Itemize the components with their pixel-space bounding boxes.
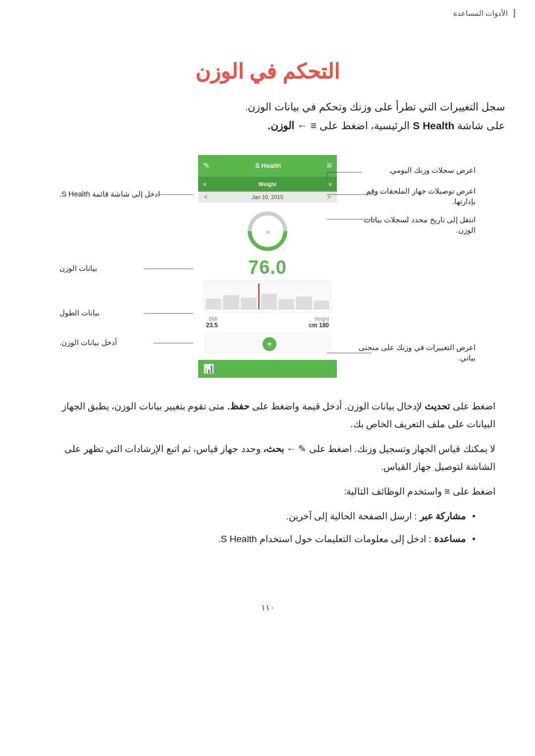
ann-height-data: بيانات الطول bbox=[59, 307, 100, 319]
page-number: ١١٠ bbox=[0, 603, 535, 628]
bullet-share: مشاركة عبر : ارسل الصفحة الحالية إلى آخر… bbox=[40, 507, 466, 525]
ann-daily-records: اعرض سجلات وزنك اليومي. bbox=[388, 165, 476, 175]
bullet-help-bold: مساعدة bbox=[434, 534, 466, 544]
ann-shealth-link: ادخل إلى شاشة قائمة S Health. bbox=[59, 189, 160, 200]
bullet-share-bold: مشاركة عبر bbox=[420, 511, 466, 521]
ann-weight-data: بيانات الوزن bbox=[59, 263, 97, 274]
bullet-help: مساعدة : ادخل إلى معلومات التعليمات حول … bbox=[40, 530, 466, 548]
ann-add-weight: أدخل بيانات الوزن. bbox=[59, 337, 117, 349]
bullet-share-text: : ارسل الصفحة الحالية إلى آخرين. bbox=[286, 511, 417, 521]
ann-acc-1: اعرض توصيلات جهاز الملحقات وقم bbox=[366, 187, 476, 195]
bullet-help-text: : ادخل إلى معلومات التعليمات حول استخدام… bbox=[218, 534, 431, 544]
bullet-list: مشاركة عبر : ارسل الصفحة الحالية إلى آخر… bbox=[40, 507, 495, 548]
p2-pre: لا يمكنك قياس الجهاز وتسجيل وزنك. اضغط ع… bbox=[306, 444, 495, 454]
ann-acc-2: بإدارتها. bbox=[452, 197, 476, 205]
body-para-3: اضغط على ≡ واستخدم الوظائف التالية: bbox=[40, 483, 495, 501]
body-text-section: اضغط على تحديث لإدخال بيانات الوزن. أدخل… bbox=[30, 398, 505, 549]
menu-icon-inline: ≡ bbox=[311, 120, 317, 131]
p1-mid1: لإدخال بيانات الوزن. أدخل قيمة واضغط على bbox=[250, 401, 422, 411]
p2-icon: ✎ bbox=[298, 444, 306, 454]
ann-sh-text: ادخل إلى شاشة قائمة S Health. bbox=[59, 190, 160, 198]
p2-arrow: ← bbox=[284, 444, 296, 454]
intro-on: على شاشة bbox=[454, 120, 505, 131]
p3-pre: اضغط على bbox=[450, 486, 495, 497]
ann-accessories: اعرض توصيلات جهاز الملحقات وقم بإدارتها. bbox=[366, 186, 476, 206]
p1-bold1: تحديث bbox=[425, 401, 450, 411]
body-para-1: اضغط على تحديث لإدخال بيانات الوزن. أدخل… bbox=[40, 398, 495, 433]
p1-pre: اضغط على bbox=[450, 401, 495, 411]
diagram-section: ≡ S Health ✎ ≡ Weight ≡ < Jan 10, 2015 > bbox=[54, 145, 481, 383]
intro-middle: الرئيسية، اضغط على bbox=[317, 120, 410, 131]
p3-icon: ≡ bbox=[444, 486, 450, 497]
p2-bold: بحث، bbox=[263, 444, 284, 454]
ann-chart-1: اعرض التغييرات في وزنك على منحنى bbox=[359, 343, 476, 352]
header-label: الأدوات المساعدة bbox=[453, 9, 515, 18]
ann-chart-2: بياني. bbox=[458, 353, 476, 362]
intro-line2: على شاشة S Health الرئيسية، اضغط على ≡ ←… bbox=[30, 116, 505, 135]
page-title: التحكم في الوزن bbox=[30, 59, 505, 84]
intro-app: S Health bbox=[413, 120, 454, 131]
ann-date-1: انتقل إلى تاريخ محدد لسجلات بيانات bbox=[364, 215, 476, 224]
p3-after: واستخدم الوظائف التالية: bbox=[344, 486, 442, 497]
ann-date-nav: انتقل إلى تاريخ محدد لسجلات بيانات الوزن… bbox=[364, 214, 476, 235]
intro-text: سجل التغييرات التي تطرأ على وزنك وتحكم ف… bbox=[30, 98, 505, 135]
ann-date-2: الوزن. bbox=[456, 226, 476, 234]
p1-bold2: حفظ. bbox=[227, 401, 250, 411]
body-para-2: لا يمكنك قياس الجهاز وتسجيل وزنك. اضغط ع… bbox=[40, 440, 495, 476]
intro-line1: سجل التغييرات التي تطرأ على وزنك وتحكم ف… bbox=[30, 98, 505, 116]
intro-arrow: ← bbox=[294, 120, 308, 131]
intro-weight: الوزن. bbox=[268, 120, 294, 131]
ann-chart-bottom: اعرض التغييرات في وزنك على منحنى بياني. bbox=[359, 342, 476, 363]
